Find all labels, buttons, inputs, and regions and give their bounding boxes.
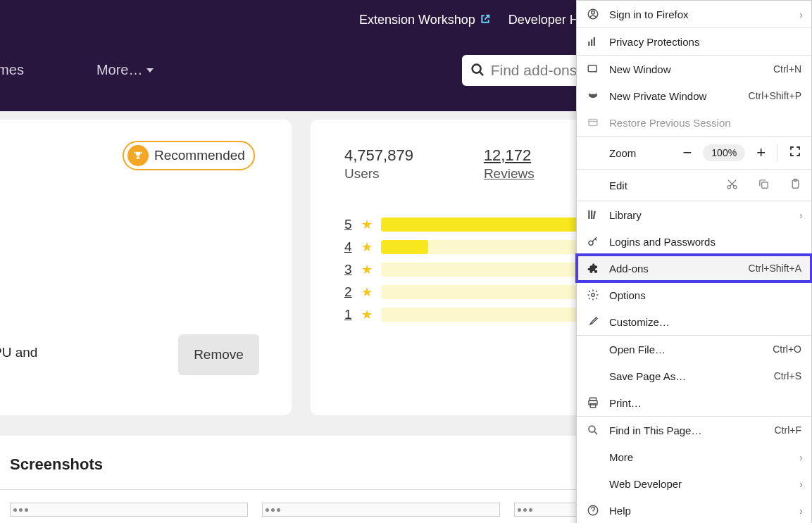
search-icon — [470, 63, 485, 78]
svg-rect-3 — [588, 42, 589, 46]
window-icon — [587, 63, 599, 75]
star-icon: ★ — [361, 217, 373, 232]
mask-icon — [587, 89, 599, 102]
puzzle-icon — [587, 262, 599, 275]
svg-point-2 — [592, 11, 595, 15]
recommended-badge: Recommended — [123, 141, 255, 170]
copy-icon[interactable] — [758, 178, 770, 192]
svg-rect-6 — [588, 65, 596, 72]
chevron-right-icon: › — [799, 451, 803, 463]
trophy-icon — [127, 145, 149, 166]
remove-button[interactable]: Remove — [178, 334, 259, 375]
users-count: 4,757,879 — [344, 146, 413, 165]
menu-more[interactable]: More › — [577, 443, 811, 470]
star-icon: ★ — [361, 284, 373, 300]
svg-rect-7 — [589, 120, 597, 126]
svg-rect-13 — [588, 210, 589, 219]
screenshot-thumb[interactable] — [262, 503, 500, 517]
developer-hub-link[interactable]: Developer H — [508, 13, 579, 27]
zoom-in-button[interactable]: + — [756, 144, 766, 162]
menu-zoom-row: Zoom − 100% + — [577, 137, 811, 169]
paintbrush-icon — [587, 315, 599, 328]
recommended-label: Recommended — [154, 148, 245, 163]
svg-point-17 — [592, 294, 595, 297]
search-icon — [587, 424, 599, 436]
menu-sign-in[interactable]: Sign in to Firefox › — [577, 1, 811, 27]
external-link-icon — [480, 13, 491, 27]
zoom-out-button[interactable]: − — [682, 144, 692, 162]
menu-new-private-window[interactable]: New Private Window Ctrl+Shift+P — [577, 82, 811, 109]
reviews-label: Reviews — [484, 166, 535, 182]
svg-rect-10 — [762, 182, 768, 189]
chevron-right-icon: › — [799, 209, 803, 221]
addon-card: Recommended PU and Remove — [0, 120, 292, 415]
menu-logins[interactable]: Logins and Passwords — [577, 228, 811, 255]
chevron-right-icon: › — [799, 505, 803, 517]
restore-icon — [587, 116, 599, 129]
svg-rect-14 — [591, 210, 592, 219]
menu-privacy[interactable]: Privacy Protections — [577, 28, 811, 55]
reviews-count: 12,172 — [484, 146, 535, 165]
library-icon — [587, 208, 599, 221]
svg-point-21 — [589, 426, 595, 432]
star-icon: ★ — [361, 307, 373, 322]
edit-label: Edit — [609, 179, 627, 191]
fullscreen-icon[interactable] — [789, 145, 801, 161]
menu-help[interactable]: Help › — [577, 497, 811, 523]
gear-icon — [587, 289, 599, 301]
svg-rect-4 — [591, 39, 592, 46]
menu-open-file[interactable]: Open File… Ctrl+O — [577, 336, 811, 363]
chevron-down-icon — [146, 68, 154, 73]
star-icon: ★ — [361, 239, 373, 255]
chart-icon — [587, 35, 599, 48]
svg-rect-15 — [593, 211, 596, 219]
svg-point-0 — [473, 65, 481, 73]
menu-web-developer[interactable]: Web Developer › — [577, 470, 811, 497]
zoom-label: Zoom — [609, 147, 636, 159]
menu-new-window[interactable]: New Window Ctrl+N — [577, 56, 811, 82]
key-icon — [587, 235, 599, 248]
zoom-level[interactable]: 100% — [703, 144, 745, 161]
account-icon — [587, 8, 599, 20]
users-label: Users — [344, 166, 413, 182]
firefox-app-menu: Sign in to Firefox › Privacy Protections… — [576, 0, 812, 523]
paste-icon[interactable] — [789, 178, 801, 192]
cut-icon[interactable] — [726, 178, 738, 192]
menu-options[interactable]: Options — [577, 282, 811, 308]
menu-library[interactable]: Library › — [577, 201, 811, 228]
menu-addons[interactable]: Add-ons Ctrl+Shift+A — [577, 255, 811, 282]
users-stat: 4,757,879 Users — [344, 146, 413, 182]
extension-workshop-link[interactable]: Extension Workshop — [359, 13, 491, 27]
addon-description-fragment: PU and — [0, 345, 37, 360]
menu-edit-row: Edit — [577, 170, 811, 201]
menu-find[interactable]: Find in This Page… Ctrl+F — [577, 417, 811, 443]
star-icon: ★ — [361, 262, 373, 277]
help-icon — [587, 504, 599, 517]
chevron-right-icon: › — [799, 478, 803, 490]
menu-save-as[interactable]: Save Page As… Ctrl+S — [577, 363, 811, 389]
print-icon — [587, 396, 599, 409]
menu-customize[interactable]: Customize… — [577, 308, 811, 335]
svg-point-16 — [589, 241, 593, 245]
reviews-stat[interactable]: 12,172 Reviews — [484, 146, 535, 182]
extension-workshop-label: Extension Workshop — [359, 13, 475, 27]
screenshot-thumb[interactable] — [10, 503, 248, 517]
svg-rect-5 — [594, 37, 595, 46]
menu-print[interactable]: Print… — [577, 389, 811, 416]
nav-more[interactable]: More… — [96, 62, 154, 78]
menu-restore-session: Restore Previous Session — [577, 109, 811, 136]
chevron-right-icon: › — [799, 8, 803, 20]
nav-themes[interactable]: emes — [0, 62, 24, 78]
